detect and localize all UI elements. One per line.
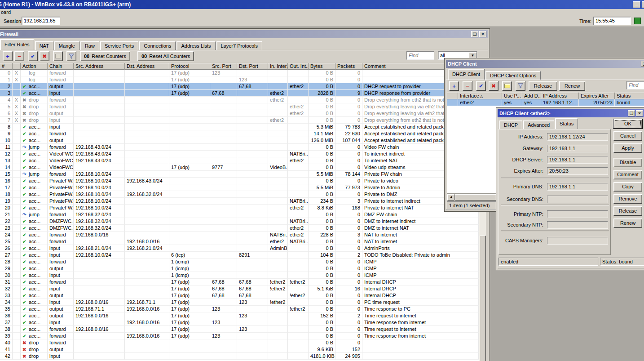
disable-button[interactable]: ✖ <box>489 81 498 91</box>
dhcp-client-row[interactable]: ether2 yes yes 192.168.1.12... 20:50:23 … <box>447 99 644 106</box>
filter-rule-row[interactable]: 34✔acc...input192.168.0.0/16192.168.71.1… <box>0 299 479 306</box>
filter-rule-row[interactable]: 3✔acc...input17 (udp)67,68ether22828 B9D… <box>0 90 479 97</box>
tab-connections[interactable]: Connections <box>139 41 176 50</box>
tab-status[interactable]: Status <box>555 118 578 129</box>
filter-rule-row[interactable]: 28✔acc...forward1 (icmp)0 B0ICMP <box>0 258 479 265</box>
copy-button[interactable]: Copy <box>613 182 642 192</box>
close-icon[interactable]: ✕ <box>636 110 643 116</box>
ok-button[interactable]: OK <box>613 119 642 129</box>
primary-dns-field[interactable]: 192.168.1.1 <box>547 183 608 191</box>
tab-address-lists[interactable]: Address Lists <box>176 41 215 50</box>
filter-rule-row[interactable]: 24✔acc...forward192.168.0.0/16NATBri...e… <box>0 232 479 238</box>
filter-rule-row[interactable]: 29✔acc...output1 (icmp)0 B0ICMP <box>0 265 479 272</box>
ip-address-field[interactable]: 192.168.1.12/24 <box>547 133 608 141</box>
filter-rule-row[interactable]: 22✔acc...DMZFWC...192.168.32.0/24NATBri.… <box>0 218 479 225</box>
column-header-interface[interactable]: Interface △ <box>458 93 502 99</box>
column-header-status[interactable]: Status <box>615 93 644 99</box>
tab-mangle[interactable]: Mangle <box>54 41 79 50</box>
filter-rule-row[interactable]: 30✔acc...input1 (icmp)0 B0ICMP <box>0 272 479 279</box>
column-header-ip-address[interactable]: IP Address <box>541 93 579 99</box>
comment-button[interactable]: Comment <box>613 170 642 179</box>
caps-managers-field[interactable] <box>547 237 608 245</box>
release-button[interactable]: Release <box>529 81 557 91</box>
column-header-use-peer[interactable]: Use P... <box>502 93 522 99</box>
column-header-in-interface[interactable]: In. Inter... <box>268 63 288 70</box>
disable-button[interactable]: Disable <box>613 158 642 167</box>
filter-rule-row[interactable]: 10✔acc...output126.0 MiB107 044Accept es… <box>0 137 479 144</box>
remove-button[interactable]: − <box>14 51 24 61</box>
column-header-dst-port[interactable]: Dst. Port <box>237 63 268 70</box>
restore-icon[interactable]: ❑ <box>471 31 478 37</box>
tab-nat[interactable]: NAT <box>35 41 53 50</box>
remove-button[interactable]: Remove <box>613 194 642 204</box>
remove-button[interactable]: − <box>463 81 472 91</box>
filter-rule-row[interactable]: 23✔acc...DMZFWC...192.168.32.0/24ether20… <box>0 225 479 232</box>
tab-advanced[interactable]: Advanced <box>523 120 554 129</box>
chevron-down-icon[interactable]: ▼ <box>469 52 476 59</box>
filter-rule-row[interactable]: 0Xlogforward17 (udp)1230 B0 <box>0 70 479 76</box>
filter-rule-row[interactable]: 21↷jumpforward192.168.32.0/240 B0DMZ FW … <box>0 211 479 218</box>
time-input[interactable]: 15:55:45 <box>593 17 631 25</box>
filter-rule-row[interactable]: 39✔acc...forward192.168.0.0/1617 (udp)12… <box>0 333 479 339</box>
tab-layer7-protocols[interactable]: Layer7 Protocols <box>216 41 263 50</box>
filter-rule-row[interactable]: 9✔acc...forward14.1 MiB22 630Accept esta… <box>0 130 479 137</box>
tab-filter-rules[interactable]: Filter Rules <box>0 39 34 50</box>
column-header-src-address[interactable]: Src. Address <box>74 63 125 70</box>
filter-rule-row[interactable]: 19✔acc...PrivateFW...192.168.10.0/24NATB… <box>0 198 479 205</box>
filter-rule-row[interactable]: 16✔acc...PrivateFW...192.168.10.0/24192.… <box>0 178 479 184</box>
secondary-ntp-field[interactable] <box>547 221 608 229</box>
reset-all-counters-button[interactable]: 00Reset All Counters <box>137 51 194 61</box>
column-header-bytes[interactable]: Bytes <box>309 63 335 70</box>
filter-rule-row[interactable]: 26✔acc...input192.168.21.0/24192.168.21.… <box>0 245 479 252</box>
column-header-out-interface[interactable]: Out. Int... <box>288 63 309 70</box>
dhcp-server-field[interactable]: 192.168.1.1 <box>547 156 608 164</box>
restore-icon[interactable]: ❑ <box>641 61 644 67</box>
filter-rule-row[interactable]: 13✔acc...VideoFWC...192.168.43.0/24ether… <box>0 157 479 164</box>
disable-button[interactable]: ✖ <box>40 51 49 61</box>
tab-dhcp-client[interactable]: DHCP Client <box>448 69 485 80</box>
apply-button[interactable]: Apply <box>613 143 642 153</box>
filter-rule-row[interactable]: 20✔acc...PrivateFW...192.168.10.0/24ethe… <box>0 205 479 211</box>
column-header-add-default[interactable]: Add D... <box>522 93 541 99</box>
filter-rule-row[interactable]: 4X✖dropforwardether20 B0Drop everything … <box>0 97 479 103</box>
renew-button[interactable]: Renew <box>613 218 642 228</box>
comment-button[interactable] <box>502 81 512 91</box>
expires-after-field[interactable]: 20:50:23 <box>547 167 608 175</box>
filter-rule-row[interactable]: 36✔acc...output192.168.0.0/1617 (udp)123… <box>0 312 479 319</box>
close-icon[interactable]: ✕ <box>479 31 486 37</box>
window-button-partial[interactable] <box>642 1 644 8</box>
filter-rule-row[interactable]: 25✔acc...forward192.168.0.0/16ether2NATB… <box>0 238 479 245</box>
release-button[interactable]: Release <box>613 206 642 216</box>
column-header-src-port[interactable]: Src. Port <box>210 63 237 70</box>
renew-button[interactable]: Renew <box>559 81 585 91</box>
tab-dhcp-client-options[interactable]: DHCP Client Options <box>485 71 541 80</box>
filter-rule-row[interactable]: 2✔acc...output17 (udp)67,68ether20 B0DHC… <box>0 83 479 90</box>
tab-raw[interactable]: Raw <box>80 41 99 50</box>
filter-rule-row[interactable]: 42✖dropinput4181.0 KiB24 905 <box>0 353 479 360</box>
filter-rule-row[interactable]: 41✖dropoutput9.6 KiB152 <box>0 346 479 353</box>
enable-button[interactable]: ✔ <box>28 51 38 61</box>
column-header-flag[interactable] <box>13 63 21 70</box>
filter-rule-row[interactable]: 40✖dropforward0 B0 <box>0 339 479 346</box>
find-input[interactable]: Find <box>626 81 644 89</box>
gateway-field[interactable]: 192.168.1.1 <box>547 145 608 152</box>
filter-rule-row[interactable]: 17✔acc...PrivateFW...192.168.10.0/245.5 … <box>0 184 479 191</box>
filter-rule-row[interactable]: 14✔acc...VideoFWC...17 (udp)9777VideoB..… <box>0 164 479 171</box>
find-input[interactable]: Find <box>406 51 434 60</box>
column-header-icon[interactable] <box>447 93 458 99</box>
filter-rule-row[interactable]: 32✔acc...input17 (udp)67,6867,68!ether25… <box>0 285 479 292</box>
filter-rule-row[interactable]: 33✔acc...output17 (udp)67,6867,68!ether2… <box>0 292 479 299</box>
filter-rule-row[interactable]: 11↷jumpforward192.168.43.0/240 B0Video F… <box>0 144 479 151</box>
add-button[interactable]: + <box>449 81 459 91</box>
filter-rule-row[interactable]: 5X✖dropforwardether20 B0Drop everything … <box>0 103 479 110</box>
reset-counters-button[interactable]: 00Reset Counters <box>80 51 130 61</box>
column-header-expires-after[interactable]: Expires After <box>579 93 615 99</box>
session-input[interactable]: 192.168.21.65 <box>22 17 60 25</box>
filter-rule-row[interactable]: 15↷jumpforward192.168.10.0/245.5 MiB78 1… <box>0 171 479 178</box>
filter-rule-row[interactable]: 37✔acc...input192.168.0.0/1617 (udp)1230… <box>0 319 479 326</box>
column-header-dst-address[interactable]: Dst. Address <box>125 63 169 70</box>
tab-dhcp[interactable]: DHCP <box>499 120 522 129</box>
enable-button[interactable]: ✔ <box>476 81 486 91</box>
filter-rule-row[interactable]: 8✔acc...input5.3 MiB79 783Accept establi… <box>0 124 479 130</box>
menu-fragment[interactable]: oard <box>1 9 11 15</box>
